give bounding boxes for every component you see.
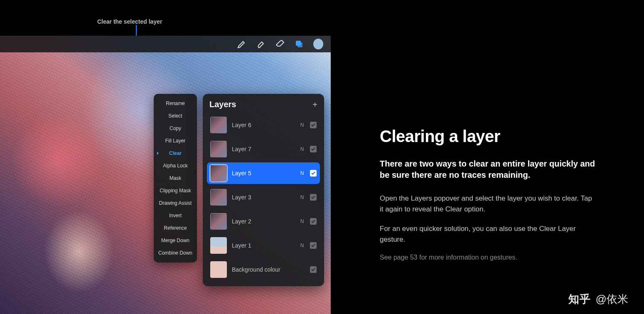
cm-clipping-mask[interactable]: Clipping Mask bbox=[154, 184, 197, 197]
layer-thumbnail bbox=[210, 141, 227, 157]
cm-fill-layer[interactable]: Fill Layer bbox=[154, 135, 197, 147]
doc-title: Clearing a layer bbox=[380, 127, 596, 146]
layer-name: Layer 5 bbox=[232, 170, 294, 177]
layer-name: Layer 3 bbox=[232, 194, 294, 201]
layer-row[interactable]: Layer 3 N bbox=[207, 186, 320, 208]
doc-text-column: Clearing a layer There are two ways to c… bbox=[380, 127, 596, 261]
cm-invert[interactable]: Invert bbox=[154, 209, 197, 222]
layer-visibility-checkbox[interactable] bbox=[310, 218, 317, 225]
cm-copy[interactable]: Copy bbox=[154, 122, 197, 135]
smudge-icon[interactable] bbox=[256, 39, 266, 49]
background-thumbnail bbox=[210, 261, 227, 278]
cm-clear[interactable]: Clear bbox=[154, 147, 197, 159]
layer-row[interactable]: Layer 6 N bbox=[207, 114, 320, 136]
layers-icon[interactable] bbox=[294, 39, 304, 49]
layer-thumbnail bbox=[210, 213, 227, 230]
layer-thumbnail bbox=[210, 165, 227, 182]
cm-clear-label: Clear bbox=[169, 150, 182, 156]
watermark-author: @依米 bbox=[596, 292, 628, 307]
layer-row[interactable]: Layer 1 N bbox=[207, 235, 320, 256]
layer-row[interactable]: Layer 7 N bbox=[207, 138, 320, 160]
zhihu-logo: 知乎 bbox=[568, 292, 591, 307]
background-layer-row[interactable]: Background colour bbox=[207, 259, 320, 280]
layers-panel-title: Layers bbox=[209, 100, 236, 109]
layers-panel: Layers + Layer 6 N Layer 7 N Layer 5 N bbox=[203, 94, 324, 286]
cm-rename[interactable]: Rename bbox=[154, 97, 197, 110]
layer-thumbnail bbox=[210, 237, 227, 254]
layer-blend-mode[interactable]: N bbox=[299, 122, 305, 128]
app-toolbar bbox=[0, 36, 331, 52]
layer-row-selected[interactable]: Layer 5 N bbox=[207, 162, 320, 184]
layer-visibility-checkbox[interactable] bbox=[310, 146, 317, 152]
cm-alpha-lock[interactable]: Alpha Lock bbox=[154, 159, 197, 172]
layer-blend-mode[interactable]: N bbox=[299, 146, 305, 152]
cm-select[interactable]: Select bbox=[154, 110, 197, 122]
background-layer-name: Background colour bbox=[232, 266, 305, 273]
callout-label: Clear the selected layer bbox=[97, 18, 162, 25]
layer-name: Layer 1 bbox=[232, 242, 294, 249]
layer-blend-mode[interactable]: N bbox=[299, 194, 305, 200]
layers-list: Layer 6 N Layer 7 N Layer 5 N Layer 3 N bbox=[203, 114, 324, 286]
doc-cross-reference: See page 53 for more information on gest… bbox=[380, 254, 596, 261]
eraser-icon[interactable] bbox=[275, 39, 285, 49]
cm-mask[interactable]: Mask bbox=[154, 172, 197, 184]
svg-rect-1 bbox=[297, 42, 302, 47]
layer-visibility-checkbox[interactable] bbox=[310, 266, 317, 273]
watermark: 知乎 @依米 bbox=[568, 292, 628, 307]
layer-visibility-checkbox[interactable] bbox=[310, 122, 317, 128]
layer-blend-mode[interactable]: N bbox=[299, 243, 305, 248]
color-icon[interactable] bbox=[313, 39, 323, 49]
layer-row[interactable]: Layer 2 N bbox=[207, 211, 320, 232]
add-layer-button[interactable]: + bbox=[312, 101, 317, 109]
doc-paragraph: For an even quicker solution, you can al… bbox=[380, 223, 596, 245]
layer-visibility-checkbox[interactable] bbox=[310, 170, 317, 177]
layers-panel-header: Layers + bbox=[203, 94, 324, 114]
cm-drawing-assist[interactable]: Drawing Assist bbox=[154, 197, 197, 209]
doc-lead: There are two ways to clear an entire la… bbox=[380, 158, 596, 181]
layer-blend-mode[interactable]: N bbox=[299, 170, 305, 176]
app-screenshot: Rename Select Copy Fill Layer Clear Alph… bbox=[0, 36, 331, 314]
layer-name: Layer 7 bbox=[232, 146, 294, 152]
layer-thumbnail bbox=[210, 189, 227, 206]
layer-visibility-checkbox[interactable] bbox=[310, 242, 317, 249]
layer-context-menu: Rename Select Copy Fill Layer Clear Alph… bbox=[154, 94, 197, 262]
doc-paragraph: Open the Layers popover and select the l… bbox=[380, 193, 596, 214]
layer-name: Layer 2 bbox=[232, 218, 294, 225]
cm-reference[interactable]: Reference bbox=[154, 222, 197, 234]
layer-name: Layer 6 bbox=[232, 122, 294, 128]
layer-visibility-checkbox[interactable] bbox=[310, 194, 317, 201]
layer-thumbnail bbox=[210, 117, 227, 133]
brush-icon[interactable] bbox=[237, 39, 247, 49]
cm-merge-down[interactable]: Merge Down bbox=[154, 234, 197, 247]
layer-blend-mode[interactable]: N bbox=[299, 218, 305, 224]
cm-combine-down[interactable]: Combine Down bbox=[154, 247, 197, 259]
